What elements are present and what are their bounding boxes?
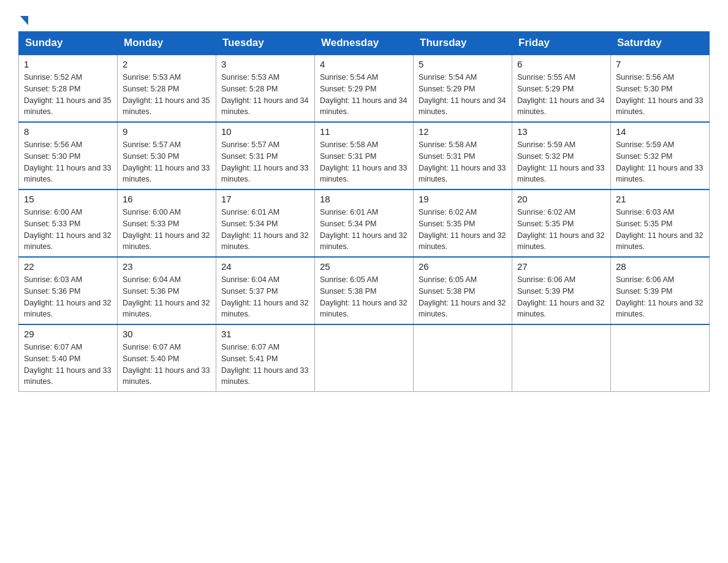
day-number: 10: [221, 126, 309, 137]
day-number: 28: [616, 261, 704, 272]
calendar-day-cell: 30 Sunrise: 6:07 AM Sunset: 5:40 PM Dayl…: [118, 324, 216, 392]
calendar-day-cell: 15 Sunrise: 6:00 AM Sunset: 5:33 PM Dayl…: [19, 190, 118, 257]
day-info: Sunrise: 5:54 AM Sunset: 5:29 PM Dayligh…: [419, 72, 507, 118]
logo-triangle-icon: [20, 16, 28, 25]
calendar-day-cell: [315, 324, 414, 392]
calendar-day-cell: 10 Sunrise: 5:57 AM Sunset: 5:31 PM Dayl…: [216, 122, 315, 190]
calendar-day-cell: 3 Sunrise: 5:53 AM Sunset: 5:28 PM Dayli…: [216, 55, 315, 122]
day-number: 16: [123, 194, 211, 204]
calendar-header: SundayMondayTuesdayWednesdayThursdayFrid…: [19, 32, 710, 55]
day-info: Sunrise: 6:04 AM Sunset: 5:37 PM Dayligh…: [221, 274, 309, 320]
day-number: 9: [123, 126, 211, 137]
day-number: 8: [24, 126, 112, 137]
calendar-day-cell: 16 Sunrise: 6:00 AM Sunset: 5:33 PM Dayl…: [118, 190, 216, 257]
page-header: [18, 12, 710, 25]
day-info: Sunrise: 6:01 AM Sunset: 5:34 PM Dayligh…: [320, 207, 408, 253]
day-of-week-header: Thursday: [414, 32, 512, 55]
calendar-day-cell: 17 Sunrise: 6:01 AM Sunset: 5:34 PM Dayl…: [216, 190, 315, 257]
days-of-week-row: SundayMondayTuesdayWednesdayThursdayFrid…: [19, 32, 710, 55]
calendar-body: 1 Sunrise: 5:52 AM Sunset: 5:28 PM Dayli…: [19, 55, 710, 392]
day-of-week-header: Saturday: [611, 32, 710, 55]
calendar-day-cell: 18 Sunrise: 6:01 AM Sunset: 5:34 PM Dayl…: [315, 190, 414, 257]
calendar-day-cell: 1 Sunrise: 5:52 AM Sunset: 5:28 PM Dayli…: [19, 55, 118, 122]
day-info: Sunrise: 5:59 AM Sunset: 5:32 PM Dayligh…: [616, 139, 704, 185]
day-info: Sunrise: 6:02 AM Sunset: 5:35 PM Dayligh…: [419, 207, 507, 253]
day-number: 5: [419, 59, 507, 69]
day-info: Sunrise: 6:02 AM Sunset: 5:35 PM Dayligh…: [517, 207, 605, 253]
day-number: 20: [517, 194, 605, 204]
day-number: 18: [320, 194, 408, 204]
day-of-week-header: Wednesday: [315, 32, 414, 55]
calendar-week-row: 29 Sunrise: 6:07 AM Sunset: 5:40 PM Dayl…: [19, 324, 710, 392]
day-of-week-header: Friday: [512, 32, 611, 55]
day-of-week-header: Sunday: [19, 32, 118, 55]
calendar-day-cell: 22 Sunrise: 6:03 AM Sunset: 5:36 PM Dayl…: [19, 257, 118, 324]
calendar-day-cell: 28 Sunrise: 6:06 AM Sunset: 5:39 PM Dayl…: [611, 257, 710, 324]
day-info: Sunrise: 5:54 AM Sunset: 5:29 PM Dayligh…: [320, 72, 408, 118]
calendar-day-cell: [611, 324, 710, 392]
day-number: 17: [221, 194, 309, 204]
calendar-day-cell: 6 Sunrise: 5:55 AM Sunset: 5:29 PM Dayli…: [512, 55, 611, 122]
calendar-day-cell: 31 Sunrise: 6:07 AM Sunset: 5:41 PM Dayl…: [216, 324, 315, 392]
day-info: Sunrise: 6:07 AM Sunset: 5:40 PM Dayligh…: [24, 342, 112, 388]
calendar-week-row: 22 Sunrise: 6:03 AM Sunset: 5:36 PM Dayl…: [19, 257, 710, 324]
day-info: Sunrise: 6:01 AM Sunset: 5:34 PM Dayligh…: [221, 207, 309, 253]
calendar-day-cell: 19 Sunrise: 6:02 AM Sunset: 5:35 PM Dayl…: [414, 190, 512, 257]
day-info: Sunrise: 6:04 AM Sunset: 5:36 PM Dayligh…: [123, 274, 211, 320]
day-number: 12: [419, 126, 507, 137]
day-number: 26: [419, 261, 507, 272]
calendar-day-cell: 23 Sunrise: 6:04 AM Sunset: 5:36 PM Dayl…: [118, 257, 216, 324]
day-number: 23: [123, 261, 211, 272]
day-info: Sunrise: 6:06 AM Sunset: 5:39 PM Dayligh…: [517, 274, 605, 320]
calendar-day-cell: 7 Sunrise: 5:56 AM Sunset: 5:30 PM Dayli…: [611, 55, 710, 122]
day-number: 6: [517, 59, 605, 69]
calendar-day-cell: 21 Sunrise: 6:03 AM Sunset: 5:35 PM Dayl…: [611, 190, 710, 257]
calendar-day-cell: 8 Sunrise: 5:56 AM Sunset: 5:30 PM Dayli…: [19, 122, 118, 190]
day-number: 19: [419, 194, 507, 204]
day-number: 3: [221, 59, 309, 69]
calendar-week-row: 8 Sunrise: 5:56 AM Sunset: 5:30 PM Dayli…: [19, 122, 710, 190]
day-info: Sunrise: 5:58 AM Sunset: 5:31 PM Dayligh…: [419, 139, 507, 185]
calendar-day-cell: 25 Sunrise: 6:05 AM Sunset: 5:38 PM Dayl…: [315, 257, 414, 324]
day-number: 11: [320, 126, 408, 137]
day-info: Sunrise: 6:05 AM Sunset: 5:38 PM Dayligh…: [419, 274, 507, 320]
day-info: Sunrise: 6:03 AM Sunset: 5:36 PM Dayligh…: [24, 274, 112, 320]
calendar-day-cell: 2 Sunrise: 5:53 AM Sunset: 5:28 PM Dayli…: [118, 55, 216, 122]
day-number: 2: [123, 59, 211, 69]
day-info: Sunrise: 5:53 AM Sunset: 5:28 PM Dayligh…: [123, 72, 211, 118]
day-info: Sunrise: 6:03 AM Sunset: 5:35 PM Dayligh…: [616, 207, 704, 253]
day-number: 27: [517, 261, 605, 272]
calendar-day-cell: 12 Sunrise: 5:58 AM Sunset: 5:31 PM Dayl…: [414, 122, 512, 190]
calendar-day-cell: [414, 324, 512, 392]
day-number: 21: [616, 194, 704, 204]
day-number: 29: [24, 329, 112, 339]
calendar-day-cell: 4 Sunrise: 5:54 AM Sunset: 5:29 PM Dayli…: [315, 55, 414, 122]
day-info: Sunrise: 6:07 AM Sunset: 5:40 PM Dayligh…: [123, 342, 211, 388]
calendar-day-cell: [512, 324, 611, 392]
day-number: 1: [24, 59, 112, 69]
calendar-day-cell: 26 Sunrise: 6:05 AM Sunset: 5:38 PM Dayl…: [414, 257, 512, 324]
calendar-day-cell: 5 Sunrise: 5:54 AM Sunset: 5:29 PM Dayli…: [414, 55, 512, 122]
calendar-day-cell: 11 Sunrise: 5:58 AM Sunset: 5:31 PM Dayl…: [315, 122, 414, 190]
day-number: 24: [221, 261, 309, 272]
calendar-week-row: 1 Sunrise: 5:52 AM Sunset: 5:28 PM Dayli…: [19, 55, 710, 122]
calendar-day-cell: 24 Sunrise: 6:04 AM Sunset: 5:37 PM Dayl…: [216, 257, 315, 324]
calendar-table: SundayMondayTuesdayWednesdayThursdayFrid…: [18, 31, 710, 392]
day-number: 4: [320, 59, 408, 69]
day-number: 31: [221, 329, 309, 339]
day-info: Sunrise: 6:00 AM Sunset: 5:33 PM Dayligh…: [24, 207, 112, 253]
day-number: 25: [320, 261, 408, 272]
day-info: Sunrise: 6:06 AM Sunset: 5:39 PM Dayligh…: [616, 274, 704, 320]
day-of-week-header: Tuesday: [216, 32, 315, 55]
day-info: Sunrise: 5:55 AM Sunset: 5:29 PM Dayligh…: [517, 72, 605, 118]
calendar-day-cell: 29 Sunrise: 6:07 AM Sunset: 5:40 PM Dayl…: [19, 324, 118, 392]
day-info: Sunrise: 6:05 AM Sunset: 5:38 PM Dayligh…: [320, 274, 408, 320]
day-number: 14: [616, 126, 704, 137]
calendar-day-cell: 20 Sunrise: 6:02 AM Sunset: 5:35 PM Dayl…: [512, 190, 611, 257]
calendar-day-cell: 27 Sunrise: 6:06 AM Sunset: 5:39 PM Dayl…: [512, 257, 611, 324]
day-number: 30: [123, 329, 211, 339]
day-info: Sunrise: 5:56 AM Sunset: 5:30 PM Dayligh…: [24, 139, 112, 185]
day-info: Sunrise: 5:53 AM Sunset: 5:28 PM Dayligh…: [221, 72, 309, 118]
day-info: Sunrise: 5:57 AM Sunset: 5:31 PM Dayligh…: [221, 139, 309, 185]
day-info: Sunrise: 6:07 AM Sunset: 5:41 PM Dayligh…: [221, 342, 309, 388]
